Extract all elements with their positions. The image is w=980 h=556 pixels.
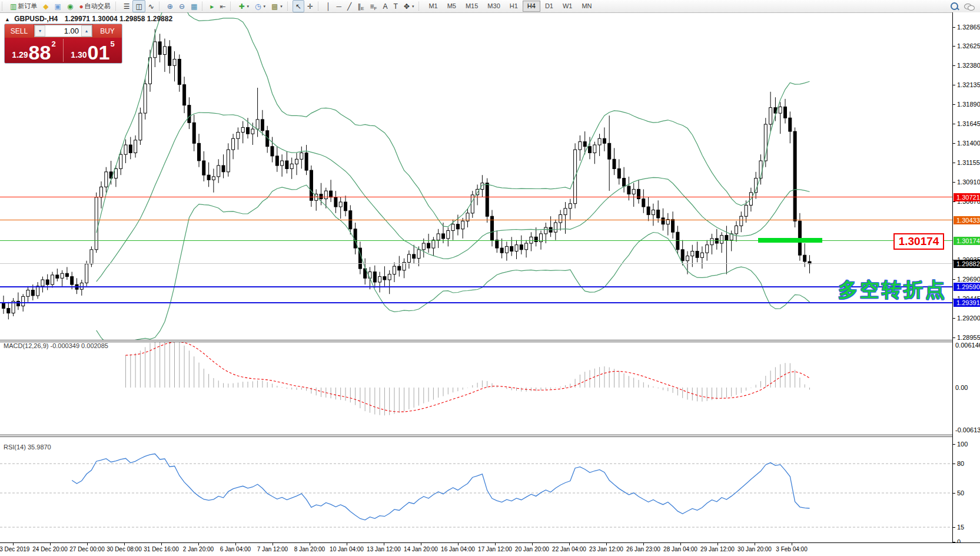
periods-button[interactable]: ◷▾ [252,0,268,12]
metaeditor-icon: ◆ [43,3,48,10]
signals-button[interactable]: ◉ [64,0,76,12]
time-tick-label: 24 Dec 20:00 [32,546,68,552]
toolbar-grip [202,2,205,11]
main-chart-pane[interactable] [0,12,952,340]
time-tick-label: 3 Feb 04:00 [776,546,807,552]
pane-separator-1[interactable] [0,340,980,342]
crosshair-button[interactable]: ✛ [304,0,316,12]
time-tick-label: 29 Jan 12:00 [700,546,735,552]
bar-chart-button[interactable]: ☰ [121,0,133,12]
candlestick-chart-button[interactable]: ◫ [132,0,145,12]
fibonacci-button[interactable]: ≡F [367,0,380,12]
chart-autoscroll-icon: ▸ [210,3,214,10]
time-tick-label: 23 Jan 12:00 [589,546,623,552]
channel-button[interactable]: ∥E [354,0,367,12]
time-tick-label: 31 Dec 16:00 [144,546,179,552]
one-click-trading-panel: SELL ▾ 1.00 ▴ BUY 1.29882 1.30015 [4,24,122,64]
time-tick-label: 17 Jan 12:00 [478,546,512,552]
rsi-tick-label: 100 [957,441,968,448]
timeframe-h4-button[interactable]: H4 [523,1,540,12]
crosshair-icon: ✛ [307,3,313,10]
terminal-button[interactable]: ▣ [52,0,64,12]
resistance-line-1[interactable] [0,197,952,197]
time-axis[interactable]: 23 Dec 201924 Dec 20:0027 Dec 00:0030 De… [0,542,980,556]
timeframe-h1-button[interactable]: H1 [505,1,523,12]
price-badge: 1.29590 [954,283,980,291]
trendline-button[interactable]: ╱ [344,0,354,12]
zoom-in-button[interactable]: ⊕ [164,0,176,12]
pivot-price-label[interactable]: 1.30174 [893,233,944,250]
time-tick-label: 2 Jan 20:00 [183,546,214,552]
price-tick-label: 1.32135 [957,81,980,88]
chart-shift-button[interactable]: ⇤ [217,0,228,12]
new-order-button[interactable]: ▥新订单 [7,0,40,12]
text-button[interactable]: A [380,0,390,12]
timeframe-d1-button[interactable]: D1 [540,1,558,12]
turning-point-annotation[interactable]: 多空转折点 [838,277,947,303]
label-button[interactable]: T [390,0,400,12]
templates-button[interactable]: ▩▾ [268,0,285,12]
buy-price[interactable]: 1.30015 [64,38,122,63]
price-tick-label: 1.32865 [957,24,980,31]
time-tick-label: 22 Jan 04:00 [552,546,586,552]
volume-increase-button[interactable]: ▴ [81,25,92,37]
rsi-label: RSI(14) 35.9870 [4,444,51,451]
toolbar-grip [159,2,162,11]
dropdown-caret-icon: ▾ [263,4,265,9]
tile-windows-icon: ▦ [191,3,197,10]
zoom-in-icon: ⊕ [167,3,173,10]
timeframe-m15-button[interactable]: M15 [461,1,483,12]
sell-button[interactable]: SELL [5,24,34,38]
chart-autoscroll-button[interactable]: ▸ [207,0,217,12]
time-tick-label: 30 Dec 08:00 [107,546,142,552]
toolbar-grip [115,2,118,11]
horizontal-line-button[interactable]: ─ [333,0,344,12]
macd-pane[interactable] [0,342,952,435]
support-line-1[interactable] [0,286,952,287]
cursor-icon: ↖ [295,3,301,10]
pivot-highlight-segment[interactable] [758,238,822,243]
pane-separator-2[interactable] [0,435,980,437]
rsi-pane[interactable] [0,436,952,542]
sell-price[interactable]: 1.29882 [5,38,63,63]
volume-stepper[interactable]: ▾ 1.00 ▴ [34,25,92,37]
indicators-button[interactable]: ✚▾ [235,0,252,12]
zoom-out-button[interactable]: ⊖ [176,0,188,12]
time-tick-label: 6 Jan 04:00 [220,546,251,552]
cursor-button[interactable]: ↖ [293,0,304,12]
buy-button[interactable]: BUY [93,24,122,38]
arrows-button[interactable]: ✥▾ [401,0,417,12]
price-tick-label: 1.32625 [957,42,980,49]
timeframe-m30-button[interactable]: M30 [483,1,504,12]
time-tick-label: 20 Jan 20:00 [515,546,549,552]
volume-decrease-button[interactable]: ▾ [35,25,45,37]
chat-icon[interactable] [964,4,972,9]
resistance-line-2[interactable] [0,220,952,220]
volume-value[interactable]: 1.00 [45,25,81,37]
chart-shift-icon: ⇤ [220,3,225,10]
support-line-2[interactable] [0,302,952,303]
price-badge: 1.30433 [954,216,980,224]
candlestick-chart-icon: ◫ [135,3,142,10]
search-icon[interactable] [951,2,958,10]
autotrading-button[interactable]: ●自动交易 [76,0,113,12]
signals-icon: ◉ [67,3,73,10]
timeframe-m1-button[interactable]: M1 [424,1,442,12]
time-tick-label: 30 Jan 20:00 [738,546,772,552]
bid-line[interactable] [0,263,952,264]
periods-icon: ◷ [255,3,261,10]
indicators-icon: ✚ [238,3,244,10]
price-axis[interactable]: 1.328651.326251.323801.321351.318901.316… [952,12,980,542]
toolbar-grip [230,2,233,11]
tile-windows-button[interactable]: ▦ [188,0,200,12]
timeframe-mn-button[interactable]: MN [577,1,596,12]
price-tick-label: 1.32380 [957,62,980,69]
rsi-tick-label: 50 [957,489,964,497]
time-tick-label: 10 Jan 04:00 [330,546,364,552]
line-chart-button[interactable]: ∿ [145,0,157,12]
collapse-panel-icon[interactable]: ▲ [5,16,10,22]
timeframe-w1-button[interactable]: W1 [558,1,577,12]
vertical-line-button[interactable]: │ [323,0,334,12]
metaeditor-button[interactable]: ◆ [40,0,51,12]
timeframe-m5-button[interactable]: M5 [443,1,461,12]
